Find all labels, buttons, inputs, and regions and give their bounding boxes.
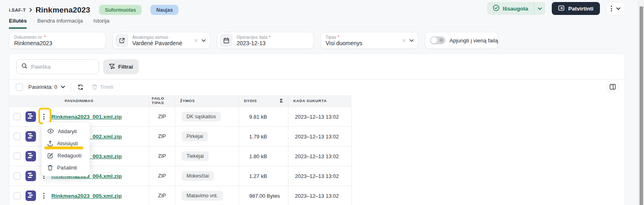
submit-box-icon [558, 5, 565, 12]
row-context-menu: Atidaryti Atsisiųsti Redaguoti Pašalinti [42, 122, 90, 176]
column-settings-button[interactable] [606, 81, 619, 93]
search-input[interactable]: Paieška [16, 59, 99, 74]
download-icon [47, 140, 53, 146]
filters-button-label: Filtrai [118, 64, 133, 70]
file-link[interactable]: Rinkmena2023_001.xml.zip [51, 114, 122, 120]
size-cell: 987.00 Bytes [239, 186, 288, 205]
row-checkbox[interactable] [13, 153, 21, 160]
search-placeholder: Paieška [31, 64, 51, 70]
size-cell: 1.27 kB [239, 166, 288, 186]
size-cell: 1.80 kB [239, 146, 288, 166]
clear-icon[interactable]: ✕ [402, 38, 406, 44]
eye-icon [47, 129, 54, 134]
edit-icon [47, 153, 53, 159]
size-cell: 1.79 kB [239, 127, 288, 146]
tag-badge: DK sąskaitos [182, 112, 221, 121]
zip-file-icon [25, 131, 36, 142]
file-link[interactable]: Rinkmena2023_005.xml.zip [51, 193, 122, 199]
trash-icon [92, 84, 97, 90]
file-type-cell: ZIP [149, 146, 175, 166]
scrollbar-thumb[interactable] [640, 6, 643, 205]
saved-split-button[interactable]: Išsaugota [487, 2, 545, 15]
file-type-cell: ZIP [149, 127, 175, 146]
header-pavadinimas[interactable]: Pavadinimas [9, 95, 149, 107]
delete-button[interactable]: Trinti [92, 84, 114, 90]
columns-icon [610, 84, 616, 90]
created-cell: 2023–12–13 13:02 [288, 166, 352, 186]
filter-funnel-icon [109, 63, 115, 71]
operation-date-field[interactable]: Operacijos data * 2023-12-13 [217, 32, 314, 49]
zip-file-icon [25, 190, 36, 201]
header-zymos[interactable]: Žymos [175, 95, 239, 107]
type-value: Visi duomenys [326, 40, 399, 46]
tab-bendra-informacija[interactable]: Bendra informacija [37, 18, 83, 29]
filters-button[interactable]: Filtrai [103, 59, 139, 74]
menu-item-redaguoti[interactable]: Redaguoti [42, 149, 90, 161]
toggle-off-icon: ✕ [439, 38, 444, 43]
row-checkbox[interactable] [13, 113, 21, 120]
header-kada-sukurta[interactable]: Kada sukurta [288, 95, 352, 107]
external-link-icon[interactable] [115, 34, 128, 47]
responsible-person-field[interactable]: Atsakingas asmuo Vardenė Pavardenė ✕ [112, 32, 210, 49]
row-checkbox[interactable] [13, 192, 21, 199]
table-toolbar: Pasirinkta: 0 Trinti [9, 79, 625, 94]
header-actions: Išsaugota Patvirtinti [487, 2, 625, 15]
files-card: Paieška Filtrai Pasirinkta: 0 Trinti Pav… [9, 53, 625, 205]
tab-eilutes[interactable]: Eilutės [9, 18, 27, 29]
breadcrumb: i.SAF-T Rinkmena2023 Suformuotas Naujas [9, 5, 178, 15]
size-cell: 9.81 kB [239, 107, 288, 126]
menu-item-pasalinti[interactable]: Pašalinti [42, 161, 90, 174]
confirm-button-label: Patvirtinti [568, 6, 593, 12]
more-actions-button[interactable] [606, 2, 625, 15]
operation-date-value: 2023-12-13 [237, 40, 309, 46]
merge-toggle[interactable]: ✕ [430, 36, 445, 44]
calendar-icon[interactable] [220, 34, 233, 47]
zip-file-icon [25, 111, 36, 122]
row-kebab-icon[interactable] [40, 114, 48, 119]
document-fields: Dokumento nr. * Rinkmena2023 Atsakingas … [9, 32, 498, 49]
document-number-field[interactable]: Dokumento nr. * Rinkmena2023 [9, 32, 106, 49]
created-cell: 2023–12–13 13:02 [288, 186, 352, 205]
confirm-button[interactable]: Patvirtinti [552, 2, 600, 15]
field-label: Atsakingas asmuo [132, 35, 191, 40]
created-cell: 2023–12–13 13:02 [288, 146, 352, 166]
row-kebab-icon[interactable] [40, 193, 48, 199]
header-failo-tipas[interactable]: Failo tipas [149, 95, 175, 107]
status-badge-suformuotas: Suformuotas [99, 5, 142, 15]
vertical-scrollbar[interactable] [638, 0, 644, 205]
table-row: Rinkmena2023_005.xml.zip ZIP Matavimo vn… [9, 186, 352, 205]
clear-icon[interactable]: ✕ [194, 38, 198, 44]
sum-icon[interactable]: Σ [280, 98, 283, 104]
chevron-down-icon[interactable] [201, 39, 206, 42]
header-dydis[interactable]: Dydis Σ [239, 95, 288, 107]
breadcrumb-root[interactable]: i.SAF-T [9, 8, 26, 13]
menu-item-atidaryti[interactable]: Atidaryti [42, 125, 90, 137]
search-icon [21, 63, 28, 71]
tab-bar: Eilutės Bendra informacija Istorija [9, 18, 110, 29]
saved-button-label: Išsaugota [503, 6, 528, 12]
field-label: Operacijos data [237, 35, 268, 40]
status-badge-naujas: Naujas [150, 5, 178, 15]
tag-badge: Mokesčiai [182, 171, 214, 181]
row-checkbox[interactable] [13, 133, 21, 140]
type-field[interactable]: Tipas * Visi duomenys ✕ [320, 32, 418, 49]
row-checkbox[interactable] [13, 172, 21, 180]
kebab-icon [611, 6, 612, 11]
zip-file-icon [25, 151, 36, 161]
chevron-down-icon [538, 7, 542, 10]
table-header-row: Pavadinimas Failo tipas Žymos Dydis Σ Ka… [9, 95, 352, 107]
chevron-down-icon[interactable] [409, 39, 414, 42]
chevron-right-icon [29, 8, 32, 12]
menu-item-atsisiusti[interactable]: Atsisiųsti [42, 137, 90, 149]
trash-icon [47, 165, 53, 171]
saved-dropdown-toggle[interactable] [534, 2, 545, 15]
refresh-button[interactable] [77, 84, 84, 90]
selection-dropdown-chevron-icon[interactable] [61, 86, 65, 88]
delete-button-label: Trinti [100, 84, 114, 90]
select-all-checkbox[interactable] [16, 84, 23, 91]
file-type-cell: ZIP [149, 166, 175, 186]
file-type-cell: ZIP [149, 107, 175, 126]
created-cell: 2023–12–13 13:02 [288, 107, 352, 126]
tab-istorija[interactable]: Istorija [93, 18, 110, 29]
field-label: Dokumento nr. [14, 35, 43, 40]
